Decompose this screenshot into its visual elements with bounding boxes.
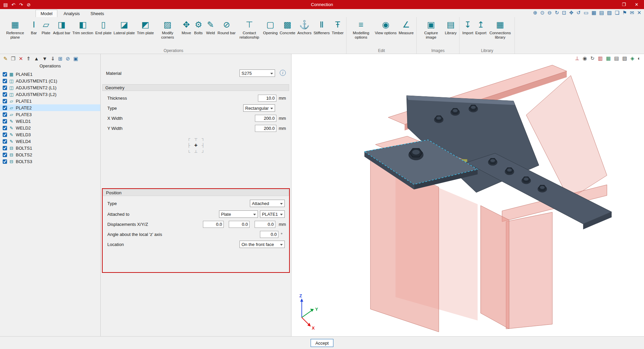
attached-to-type-select[interactable]: Plate [219,210,258,218]
end-plate-button[interactable]: ▯End plate [94,18,113,36]
anchors-button[interactable]: ⚓Anchors [296,18,312,36]
close-button[interactable]: ✕ [631,1,643,9]
tab-sheets[interactable]: Sheets [86,10,109,17]
capture-image-button[interactable]: ▣Capture image [418,18,444,40]
checkbox-bolts3[interactable] [3,159,7,164]
zoom-window-icon[interactable]: ⊡ [562,10,566,15]
tab-model[interactable]: Model [36,10,57,17]
3d-scene[interactable]: Z Y X [291,54,644,336]
material-select[interactable]: S275 [239,69,275,77]
move-up-icon[interactable]: ▲ [34,56,39,61]
bolts-button[interactable]: ⚙Bolts [193,18,205,36]
zoom-out-icon[interactable]: ⊖ [547,10,552,15]
zoom-selection-icon[interactable]: ⊕ [533,10,537,15]
tree-item-adjustment3-l2[interactable]: ◫ADJUSTMENT3 (L2) [0,91,100,98]
x-width-input[interactable] [255,115,276,122]
modelling-options-button[interactable]: ≡Modelling options [348,18,374,40]
displacement-x-input[interactable] [203,221,224,228]
checkbox-adjustment2-l1[interactable] [3,86,7,90]
concrete-button[interactable]: ▩Concrete [279,18,297,36]
restore-button[interactable]: ❐ [618,1,630,9]
lateral-plate-button[interactable]: ◪Lateral plate [113,18,136,36]
group-tree-icon[interactable]: ⊞ [58,56,62,61]
y-width-input[interactable] [255,125,276,132]
move-down-icon[interactable]: ▼ [42,56,47,61]
checkbox-plate1[interactable] [3,99,7,103]
tree-item-bolts3[interactable]: ⊟BOLTS3 [0,158,100,165]
copy-icon[interactable]: ❐ [11,56,15,61]
tree-item-plane1[interactable]: ▦PLANE1 [0,71,100,78]
search-icon[interactable]: ⊘ [27,2,31,7]
checkbox-adjustment1-c1[interactable] [3,79,7,83]
plate-button[interactable]: ▱Plate [40,18,52,36]
flag-icon[interactable]: ⚑ [622,10,627,15]
plate-type-select[interactable]: Rectangular [243,104,275,112]
trim-plate-button[interactable]: ◩Trim plate [136,18,155,36]
connections-library-button[interactable]: ▦Connections library [487,18,513,40]
checkbox-weld1[interactable] [3,119,7,123]
viewport[interactable]: Z Y X ⊥◉↻▥▦▤▧◈◐ [291,54,644,336]
library-button[interactable]: ▤Library [444,18,458,36]
zoom-extents-icon[interactable]: ⊙ [540,10,545,15]
search-icon[interactable]: ⊘ [66,56,70,61]
mesh-toggle-icon[interactable]: ▦ [606,56,611,61]
bar-button[interactable]: ⅠBar [28,18,40,36]
delete-icon[interactable]: ✕ [19,56,23,61]
accept-button[interactable]: Accept [311,339,333,347]
checkbox-weld2[interactable] [3,126,7,130]
orbit-view-icon[interactable]: ◉ [583,56,587,61]
rotate-view-icon[interactable]: ↻ [590,56,595,61]
shading-icon[interactable]: ◐ [638,56,641,61]
tree-item-plate2[interactable]: ▱PLATE2 [0,104,100,111]
checkbox-plate2[interactable] [3,106,7,110]
tree-item-weld1[interactable]: ✎WELD1 [0,118,100,124]
angle-input[interactable] [260,231,278,238]
displacement-z-input[interactable] [255,221,275,228]
reference-plane-button[interactable]: ▦Reference plane [2,18,28,40]
solid-toggle-icon[interactable]: ◈ [630,56,634,61]
measure-button[interactable]: ∠Measure [397,18,415,36]
tree-item-weld3[interactable]: ✎WELD3 [0,131,100,138]
compare-icon[interactable]: ❏ [615,10,619,15]
import-button[interactable]: ↧Import [461,18,474,36]
members-visibility-icon[interactable]: ▥ [598,56,603,61]
undo-icon[interactable]: ↶ [11,2,15,7]
contact-relationship-button[interactable]: ⊤Contact relationship [236,18,262,40]
local-axes-icon[interactable]: ⊥ [575,56,579,61]
move-bottom-icon[interactable]: ⇓ [51,56,55,61]
tree-item-plate1[interactable]: ▱PLATE1 [0,98,100,104]
tree-item-adjustment2-l1[interactable]: ◫ADJUSTMENT2 (L1) [0,84,100,91]
layers-icon[interactable]: ▧ [622,56,627,61]
chart-icon[interactable]: ▨ [607,10,612,15]
edit-icon[interactable]: ✎ [3,56,8,61]
displacement-y-input[interactable] [229,221,250,228]
thickness-input[interactable] [258,95,276,102]
checkbox-weld3[interactable] [3,133,7,137]
comment-icon[interactable]: ✉ [630,10,634,15]
tree-item-plate3[interactable]: ▱PLATE3 [0,111,100,118]
save-icon[interactable]: ▤ [3,2,8,7]
wireframe-icon[interactable]: ▦ [591,10,596,15]
anchor-position-picker[interactable]: ┌┬┐├+┤└┴┘ [185,135,207,156]
opening-button[interactable]: ▢Opening [262,18,278,36]
tree-item-weld2[interactable]: ✎WELD2 [0,124,100,131]
round-bar-button[interactable]: ⊘Round bar [217,18,237,36]
move-top-icon[interactable]: ⇑ [26,56,31,61]
checkbox-bolts2[interactable] [3,153,7,157]
attached-to-plate-select[interactable]: PLATE1 [260,210,285,218]
tree-item-bolts1[interactable]: ⊟BOLTS1 [0,145,100,151]
tab-analysis[interactable]: Analysis [59,10,84,17]
tree-item-adjustment1-c1[interactable]: ◫ADJUSTMENT1 (C1) [0,78,100,84]
report-icon[interactable]: ▤ [599,10,604,15]
pan-icon[interactable]: ✥ [569,10,574,15]
redo-icon[interactable]: ↷ [19,2,23,7]
redraw-icon[interactable]: ↻ [555,10,559,15]
full-screen-icon[interactable]: ▭ [584,10,588,15]
timber-button[interactable]: ŦTimber [331,18,344,36]
checkbox-bolts1[interactable] [3,146,7,150]
checkbox-weld4[interactable] [3,139,7,144]
checkbox-plane1[interactable] [3,72,7,77]
checkbox-adjustment3-l2[interactable] [3,92,7,97]
info-icon[interactable]: i [280,70,286,76]
position-type-select[interactable]: Attached [250,200,285,207]
